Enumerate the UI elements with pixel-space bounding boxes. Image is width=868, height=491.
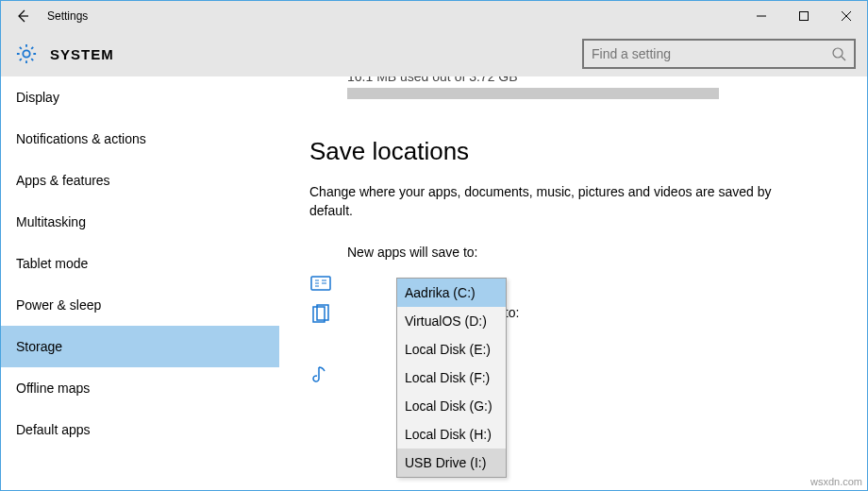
- sidebar-item-tablet[interactable]: Tablet mode: [1, 243, 279, 284]
- sidebar-item-power[interactable]: Power & sleep: [1, 284, 279, 326]
- save-label-music-peek: e to:: [309, 365, 867, 381]
- header-title: SYSTEM: [50, 46, 582, 62]
- minimize-button[interactable]: [740, 1, 782, 31]
- svg-rect-0: [799, 12, 808, 21]
- sidebar-item-default-apps[interactable]: Default apps: [1, 409, 279, 450]
- close-icon: [842, 11, 851, 21]
- maximize-icon: [799, 11, 809, 21]
- dropdown-option[interactable]: VirtualOS (D:): [397, 307, 506, 335]
- storage-usage-bar: [347, 88, 719, 99]
- storage-usage-text: 16.1 MB used out of 3.72 GB: [309, 76, 867, 84]
- dropdown-option[interactable]: Local Disk (H:): [397, 420, 506, 449]
- sidebar-item-storage[interactable]: Storage: [1, 326, 279, 367]
- sidebar-item-notifications[interactable]: Notifications & actions: [1, 118, 279, 160]
- svg-rect-2: [311, 277, 330, 290]
- dropdown-option[interactable]: Local Disk (F:): [397, 364, 506, 392]
- documents-icon: [309, 303, 332, 326]
- dropdown-option[interactable]: Local Disk (G:): [397, 392, 506, 420]
- drive-dropdown[interactable]: Aadrika (C:) VirtualOS (D:) Local Disk (…: [396, 278, 507, 478]
- minimize-icon: [757, 11, 766, 21]
- search-box[interactable]: [582, 39, 856, 69]
- dropdown-option[interactable]: Local Disk (E:): [397, 335, 506, 364]
- dropdown-option[interactable]: Aadrika (C:): [397, 279, 506, 307]
- maximize-button[interactable]: [782, 1, 825, 31]
- window-title: Settings: [43, 9, 740, 23]
- dropdown-option[interactable]: USB Drive (I:): [397, 449, 506, 477]
- section-title: Save locations: [309, 137, 867, 166]
- search-icon: [831, 46, 846, 61]
- sidebar-item-display[interactable]: Display: [1, 76, 279, 118]
- sidebar-item-multitasking[interactable]: Multitasking: [1, 201, 279, 243]
- content-pane: 16.1 MB used out of 3.72 GB Save locatio…: [279, 76, 867, 490]
- section-description: Change where your apps, documents, music…: [309, 183, 781, 220]
- arrow-left-icon: [15, 8, 30, 24]
- close-button[interactable]: [825, 1, 867, 31]
- search-input[interactable]: [592, 46, 831, 61]
- svg-point-1: [833, 48, 843, 58]
- music-icon: [309, 364, 332, 386]
- save-label-documents-peek: will save to:: [309, 305, 867, 320]
- sidebar-item-offline-maps[interactable]: Offline maps: [1, 367, 279, 409]
- sidebar: Display Notifications & actions Apps & f…: [1, 76, 279, 490]
- save-label-apps: New apps will save to:: [309, 245, 867, 260]
- gear-icon: [16, 43, 37, 64]
- sidebar-item-apps[interactable]: Apps & features: [1, 160, 279, 201]
- watermark: wsxdn.com: [810, 476, 862, 487]
- back-button[interactable]: [1, 1, 43, 31]
- apps-icon: [309, 271, 332, 294]
